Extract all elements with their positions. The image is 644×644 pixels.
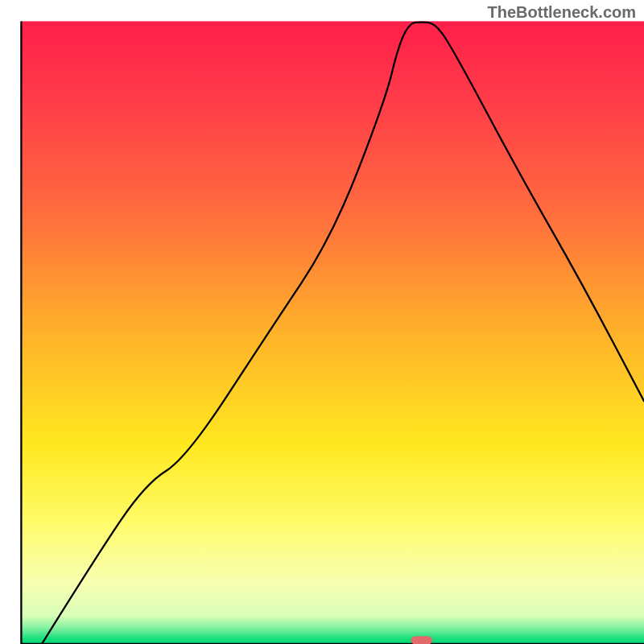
bottleneck-chart	[0, 0, 644, 644]
plot-background	[21, 21, 644, 644]
watermark-text: TheBottleneck.com	[488, 3, 636, 22]
chart-container: TheBottleneck.com	[0, 0, 644, 644]
optimal-point-marker	[411, 636, 432, 644]
